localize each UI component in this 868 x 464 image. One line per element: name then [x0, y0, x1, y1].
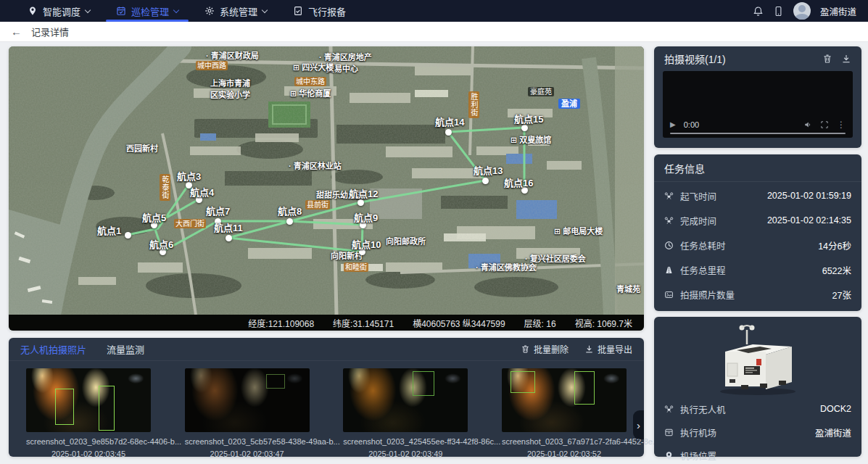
- chevron-down-icon: [85, 7, 91, 12]
- photo-image[interactable]: [185, 368, 310, 432]
- play-button[interactable]: ▶: [670, 121, 676, 128]
- tab-traffic-monitoring[interactable]: 流量监测: [107, 342, 144, 356]
- longitude-readout: 经度:121.109068: [248, 317, 314, 329]
- detection-box: [99, 386, 115, 431]
- photo-image[interactable]: [343, 368, 468, 432]
- waypoint-label: 航点6: [149, 237, 173, 251]
- drone-icon: [664, 191, 674, 201]
- photo-timestamp: 2025-01-02 02:03:45: [26, 448, 151, 460]
- nav-item-inspection-management[interactable]: 巡检管理: [116, 0, 178, 22]
- map-place-label: 盈浦: [558, 99, 580, 109]
- video-player[interactable]: ▶ 0:00 ⋮: [663, 71, 853, 138]
- batch-export-button[interactable]: 批量导出: [584, 343, 632, 355]
- photo-caption: screenshot_0203_5cb57e58-438e-49aa-b... …: [185, 436, 310, 460]
- batch-delete-button[interactable]: 批量删除: [521, 343, 569, 355]
- waypoint-label: 航点1: [97, 223, 121, 237]
- waypoint-label: 航点16: [504, 175, 533, 189]
- fullscreen-icon[interactable]: [820, 120, 829, 129]
- waypoint-label: 航点12: [349, 186, 378, 200]
- satellite-map[interactable]: · 青浦区房地产交易中心· 青浦区财政局城中西路上海市青浦区实验小学⊞ 四兴大楼…: [9, 46, 644, 315]
- info-label: 拍摄照片数量: [680, 288, 735, 302]
- photo-filename: screenshot_0203_67a971c7-2fa6-4452-8e...: [502, 436, 627, 448]
- map-overlay: · 青浦区房地产交易中心· 青浦区财政局城中西路上海市青浦区实验小学⊞ 四兴大楼…: [9, 46, 644, 315]
- photo-timestamp: 2025-01-02 02:03:47: [185, 448, 310, 460]
- map-place-label: 县前街: [305, 200, 330, 210]
- photos-actions: 批量删除 批量导出: [521, 343, 632, 355]
- map-place-label: ⊞ 四兴大楼: [293, 62, 334, 72]
- video-progress-bar[interactable]: [670, 133, 846, 134]
- info-row-executing-drone: 执行无人机 DOCK2: [664, 397, 851, 420]
- waypoint-marker[interactable]: [482, 178, 489, 184]
- map-place-label: 胜利街: [468, 91, 479, 118]
- map-place-label: · 青浦区财政局: [206, 51, 259, 61]
- video-controls: ▶ 0:00 ⋮: [670, 120, 846, 129]
- map-card: · 青浦区房地产交易中心· 青浦区财政局城中西路上海市青浦区实验小学⊞ 四兴大楼…: [9, 46, 644, 331]
- nav-item-label: 系统管理: [220, 4, 257, 18]
- photo-image[interactable]: [26, 368, 151, 432]
- map-place-label: ⊞ 邮电局大楼: [554, 226, 603, 236]
- photo-filename: screenshot_0203_425455ee-ff34-42f8-86c..…: [343, 436, 468, 448]
- video-time: 0:00: [684, 120, 699, 129]
- map-place-label: 区实验小学: [210, 90, 250, 100]
- map-place-label: 和睦街: [344, 262, 368, 272]
- trash-icon[interactable]: [822, 54, 832, 64]
- info-row-total-duration: 任务总耗时 14分6秒: [664, 233, 851, 257]
- info-label: 执行机场: [680, 426, 716, 439]
- breadcrumb: ← 记录详情: [0, 22, 868, 42]
- volume-icon[interactable]: [803, 120, 812, 129]
- waypoint-marker[interactable]: [286, 218, 293, 225]
- map-place-label: 西园新村: [126, 144, 158, 154]
- video-panel-header: 拍摄视频(1/1): [654, 46, 861, 71]
- photo-thumbnail: screenshot_0203_67a971c7-2fa6-4452-8e...…: [502, 368, 627, 460]
- drone-icon: [664, 216, 674, 225]
- nav-item-label: 巡检管理: [131, 4, 169, 18]
- avatar[interactable]: [793, 2, 811, 20]
- nav-right: 盈浦街道: [753, 2, 856, 20]
- waypoint-label: 航点15: [514, 112, 543, 125]
- user-name[interactable]: 盈浦街道: [820, 4, 856, 18]
- waypoint-label: 航点14: [435, 115, 464, 128]
- nav-item-label: 飞行报备: [308, 4, 346, 18]
- nav-item-label: 智能调度: [43, 4, 80, 18]
- kebab-menu-icon[interactable]: ⋮: [837, 120, 846, 129]
- video-panel-title: 拍摄视频(1/1): [664, 51, 726, 66]
- gear-icon: [204, 6, 215, 16]
- dock-info-rows: 执行无人机 DOCK2 执行机场 盈浦街道 机场位置: [654, 397, 861, 464]
- download-icon[interactable]: [841, 54, 851, 64]
- page-title: 记录详情: [31, 25, 69, 38]
- bell-icon[interactable]: [753, 6, 764, 17]
- nav-item-flight-filing[interactable]: 飞行报备: [293, 0, 346, 22]
- waypoint-marker[interactable]: [125, 232, 131, 239]
- map-place-label: ⊞ 华伦商厦: [290, 88, 331, 99]
- top-navbar: 智能调度 巡检管理 系统管理 飞行报备 盈浦街道: [0, 0, 868, 22]
- photo-timestamp: 2025-01-02 02:03:52: [502, 448, 627, 460]
- info-row-total-mileage: 任务总里程 6522米: [664, 257, 851, 282]
- back-button[interactable]: ←: [11, 26, 22, 37]
- dock-icon: [664, 428, 674, 437]
- detection-box: [511, 371, 535, 393]
- task-info-rows: 起飞时间 2025-01-02 01:59:19 完成时间 2025-01-02…: [654, 182, 861, 308]
- map-place-label: · 青浦区林业站: [289, 161, 342, 171]
- info-label: 完成时间: [680, 214, 716, 228]
- info-value: DOCK2: [820, 404, 851, 414]
- waypoint-marker[interactable]: [445, 129, 452, 136]
- nav-item-smart-dispatch[interactable]: 智能调度: [28, 0, 90, 22]
- tab-drone-photos[interactable]: 无人机拍摄照片: [20, 342, 86, 356]
- info-row-finish-time: 完成时间 2025-01-02 02:14:35: [664, 208, 851, 233]
- photo-thumbnail: screenshot_0203_9e85b7d2-68ec-4406-b... …: [26, 368, 151, 460]
- projected-coords-readout: 横40605763 纵3447599: [413, 317, 505, 329]
- task-info-header: 任务信息: [654, 154, 861, 182]
- detection-box: [574, 371, 595, 405]
- photo-caption: screenshot_0203_67a971c7-2fa6-4452-8e...…: [502, 436, 627, 460]
- nav-item-system-management[interactable]: 系统管理: [204, 0, 267, 22]
- map-place-label: 城中西路: [196, 61, 228, 70]
- info-label: 执行无人机: [680, 402, 726, 416]
- carousel-next-button[interactable]: ›: [633, 410, 644, 439]
- mobile-device-icon[interactable]: [773, 6, 784, 17]
- location-pin-icon: [664, 451, 674, 460]
- photo-image[interactable]: [502, 368, 627, 432]
- photos-panel: 无人机拍摄照片 流量监测 批量删除 批量导出 screenshot_0203_9…: [9, 338, 644, 457]
- waypoint-marker[interactable]: [226, 235, 232, 241]
- trash-icon: [521, 344, 530, 354]
- clock-icon: [664, 241, 674, 250]
